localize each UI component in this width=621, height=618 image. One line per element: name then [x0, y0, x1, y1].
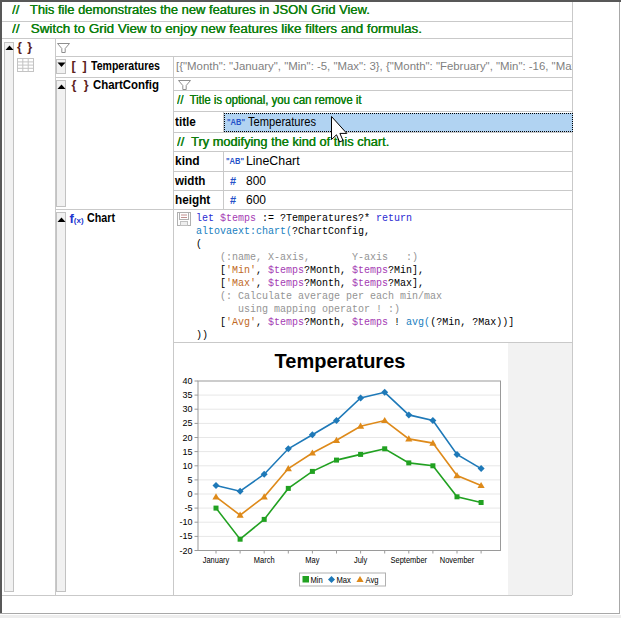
svg-text:Min: Min [311, 575, 324, 586]
svg-text:30: 30 [182, 404, 192, 414]
svg-text:10: 10 [182, 461, 192, 471]
svg-text:March: March [254, 556, 275, 566]
svg-text:Max: Max [337, 575, 352, 586]
svg-text:20: 20 [182, 433, 192, 443]
svg-text:40: 40 [182, 376, 192, 386]
svg-text:May: May [305, 556, 319, 566]
svg-text:-5: -5 [184, 503, 192, 513]
svg-text:25: 25 [182, 418, 192, 428]
svg-text:5: 5 [187, 475, 192, 485]
svg-text:Temperatures: Temperatures [275, 350, 406, 372]
svg-text:November: November [440, 556, 475, 566]
svg-text:15: 15 [182, 447, 192, 457]
svg-text:Avg: Avg [366, 575, 379, 586]
svg-text:0: 0 [187, 489, 192, 499]
svg-text:-10: -10 [179, 517, 192, 527]
svg-text:-20: -20 [179, 546, 192, 556]
svg-text:July: July [354, 556, 367, 566]
svg-text:35: 35 [182, 390, 192, 400]
svg-text:-15: -15 [179, 531, 192, 541]
svg-text:January: January [203, 556, 230, 566]
svg-text:September: September [391, 556, 428, 566]
